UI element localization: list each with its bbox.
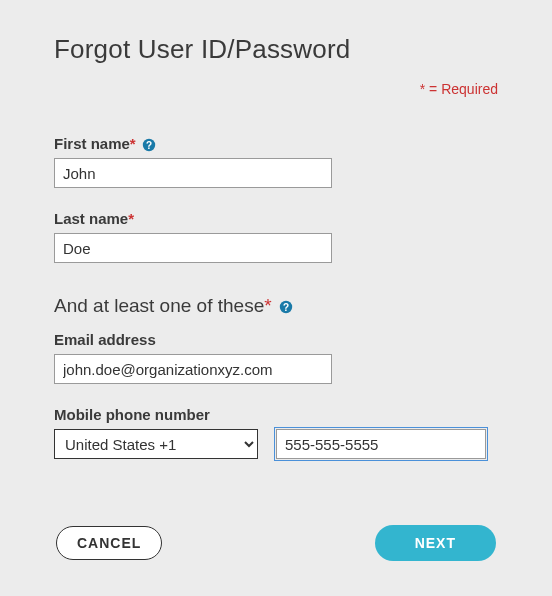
section-at-least-one-text: And at least one of these [54,295,264,316]
first-name-field[interactable] [54,158,332,188]
svg-text:?: ? [146,140,152,151]
required-asterisk: * [130,135,136,152]
section-at-least-one: And at least one of these* ? [54,295,498,317]
phone-label: Mobile phone number [54,406,498,423]
country-code-select[interactable]: United States +1 [54,429,258,459]
cancel-button[interactable]: CANCEL [56,526,162,560]
last-name-label-text: Last name [54,210,128,227]
help-icon[interactable]: ? [279,300,293,314]
help-icon[interactable]: ? [142,138,156,152]
first-name-label-text: First name [54,135,130,152]
email-field[interactable] [54,354,332,384]
email-label: Email address [54,331,498,348]
page-title: Forgot User ID/Password [54,34,498,65]
last-name-field[interactable] [54,233,332,263]
required-legend: * = Required [54,81,498,97]
required-asterisk: * [264,295,271,316]
next-button[interactable]: NEXT [375,525,496,561]
phone-number-field[interactable] [276,429,486,459]
svg-text:?: ? [283,302,289,313]
required-asterisk: * [128,210,134,227]
first-name-label: First name* ? [54,135,498,152]
last-name-label: Last name* [54,210,498,227]
